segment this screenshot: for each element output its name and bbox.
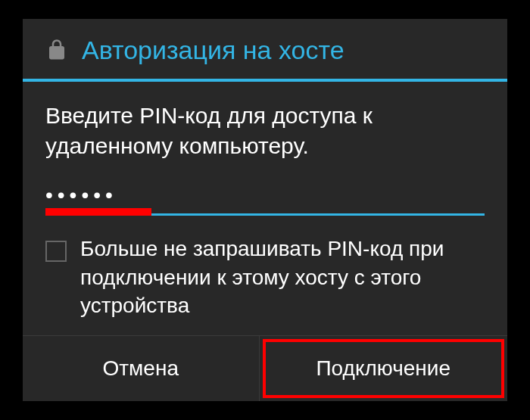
remember-checkbox-row[interactable]: Больше не запрашивать PIN-код при подклю… (23, 216, 507, 335)
dialog-header: Авторизация на хосте (23, 19, 507, 79)
dialog-body-text: Введите PIN-код для доступа к удаленному… (23, 82, 507, 177)
pin-underline (45, 213, 485, 216)
annotation-highlight-pin (45, 208, 151, 216)
connect-button[interactable]: Подключение (266, 342, 502, 395)
lock-icon (45, 39, 68, 61)
dialog-button-row: Отмена Подключение (23, 336, 507, 401)
cancel-button[interactable]: Отмена (23, 336, 259, 401)
remember-checkbox-label: Больше не запрашивать PIN-код при подклю… (80, 235, 485, 320)
annotation-highlight-connect: Подключение (263, 339, 505, 398)
auth-dialog: Авторизация на хосте Введите PIN-код для… (23, 19, 507, 401)
dialog-title: Авторизация на хосте (82, 36, 344, 65)
remember-checkbox[interactable] (45, 241, 67, 262)
pin-input-row[interactable]: •••••• (23, 177, 507, 216)
button-divider (259, 336, 260, 401)
